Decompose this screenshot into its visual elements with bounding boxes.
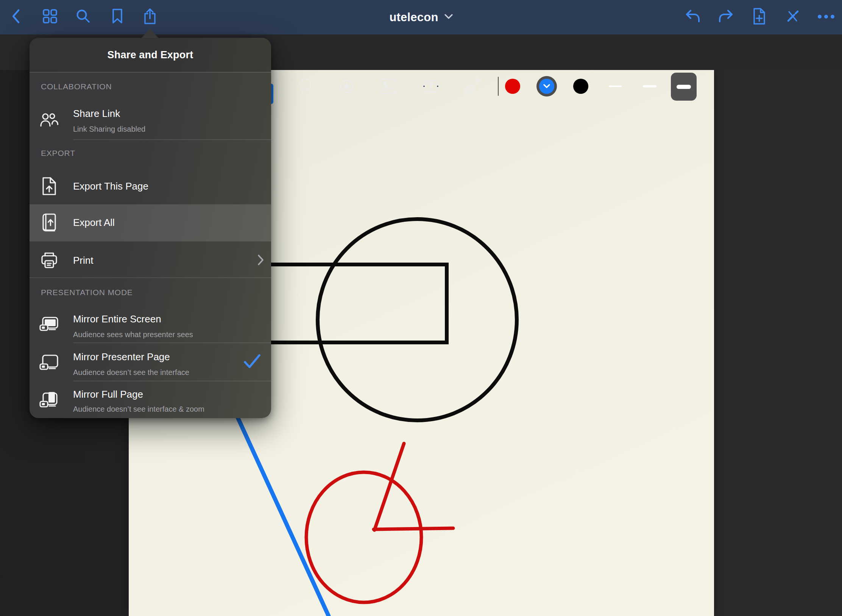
menu-item-subtitle: Audience doesn’t see the interface [73,367,189,377]
export-page-icon [39,176,59,196]
menu-item-share-link[interactable] [30,100,271,139]
menu-item-title: Export All [73,216,115,229]
menu-item-title: Mirror Presenter Page [73,351,170,363]
section-label-presentation-mode: PRESENTATION MODE [41,288,133,297]
menu-item-title: Mirror Full Page [73,388,143,400]
export-book-icon [39,213,59,232]
menu-item-title: Export This Page [73,180,148,192]
divider [30,277,271,278]
red-horizontal-stroke [374,528,453,529]
menu-item-title: Print [73,254,93,266]
share-export-popover: Share and Export COLLABORATION Share Lin… [30,38,271,418]
menu-item-title: Share Link [73,107,120,120]
divider [73,139,271,140]
mirror-screen-icon [39,315,59,334]
menu-item-print[interactable] [30,241,271,277]
checkmark-icon [244,354,260,370]
menu-item-export-all[interactable] [30,204,271,241]
menu-item-subtitle: Link Sharing disabled [73,124,145,134]
goodnotes-app: utelecon [0,0,842,616]
people-icon [39,110,59,130]
red-circle-stroke [306,472,421,602]
menu-item-subtitle: Audience doesn’t see interface & zoom [73,404,204,414]
black-circle-stroke [318,219,517,420]
mirror-full-page-icon [39,390,59,409]
menu-item-subtitle: Audience sees what presenter sees [73,330,193,339]
chevron-right-icon [257,254,264,267]
divider [30,72,271,73]
section-label-export: EXPORT [41,149,75,158]
popover-header: Share and Export [30,38,271,72]
printer-icon [39,250,59,270]
mirror-presenter-icon [39,353,59,372]
popover-title: Share and Export [108,49,193,61]
menu-item-title: Mirror Entire Screen [73,313,161,325]
menu-item-export-this-page[interactable] [30,168,271,204]
section-label-collaboration: COLLABORATION [41,82,112,91]
